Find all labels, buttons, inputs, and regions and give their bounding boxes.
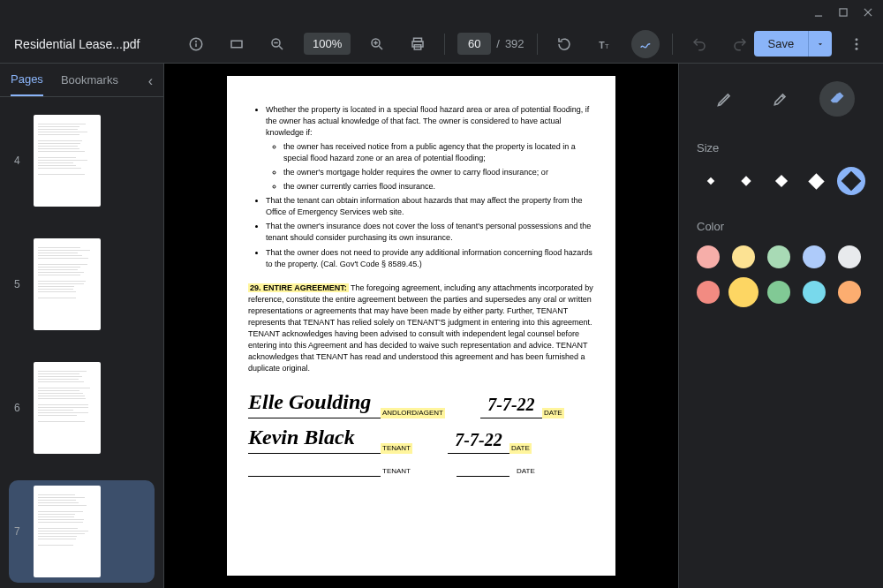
section-heading: 29. ENTIRE AGREEMENT: — [248, 283, 349, 292]
highlighter-tool[interactable] — [763, 81, 798, 117]
color-option-2[interactable] — [767, 245, 790, 268]
file-name: Residential Lease...pdf — [14, 37, 173, 51]
signature-landlord: Elle Goulding — [248, 387, 381, 418]
left-sidebar: Pages Bookmarks ‹ 4567 — [0, 64, 164, 588]
size-option-3[interactable] — [802, 167, 830, 195]
size-label: Size — [697, 141, 865, 155]
tab-pages[interactable]: Pages — [11, 72, 43, 96]
size-option-4[interactable] — [837, 167, 865, 195]
color-option-3[interactable] — [803, 245, 826, 268]
thumbnail-page-4[interactable]: 4 — [9, 109, 155, 212]
color-option-6[interactable] — [728, 277, 758, 307]
pen-tool[interactable] — [707, 81, 743, 117]
save-dropdown[interactable] — [808, 31, 832, 57]
annotation-panel: Size Color — [678, 64, 883, 588]
svg-text:T: T — [599, 39, 605, 49]
svg-point-22 — [856, 47, 858, 49]
info-icon[interactable] — [182, 30, 210, 58]
save-button[interactable]: Save — [754, 31, 809, 57]
eraser-tool[interactable] — [819, 81, 855, 117]
zoom-level[interactable]: 100% — [304, 33, 351, 55]
color-option-9[interactable] — [838, 281, 861, 304]
print-icon[interactable] — [404, 30, 432, 58]
text-icon[interactable]: TT — [591, 30, 619, 58]
color-label: Color — [697, 220, 865, 233]
page-input[interactable] — [457, 33, 491, 55]
page-indicator: / 392 — [457, 33, 524, 55]
thumbnail-page-6[interactable]: 6 — [9, 357, 155, 459]
section-body: The foregoing agreement, including any a… — [248, 283, 593, 373]
draw-icon[interactable] — [631, 30, 660, 58]
window-controls — [0, 0, 883, 25]
zoom-in-icon[interactable] — [363, 30, 391, 58]
close-icon[interactable] — [862, 6, 874, 19]
collapse-sidebar-icon[interactable]: ‹ — [148, 73, 153, 96]
svg-rect-7 — [231, 41, 242, 48]
svg-point-6 — [196, 41, 197, 41]
svg-line-12 — [380, 46, 383, 49]
thumbnail-list: 4567 — [0, 97, 163, 588]
color-option-7[interactable] — [767, 281, 790, 304]
color-option-0[interactable] — [697, 245, 720, 268]
color-option-1[interactable] — [732, 245, 755, 268]
size-option-0[interactable] — [697, 167, 725, 195]
undo-icon[interactable] — [685, 30, 713, 58]
size-option-1[interactable] — [732, 167, 760, 195]
document-page: Whether the property is located in a spe… — [227, 76, 615, 576]
svg-point-21 — [856, 42, 858, 45]
thumbnail-page-5[interactable]: 5 — [9, 233, 155, 335]
tab-bookmarks[interactable]: Bookmarks — [61, 73, 118, 95]
color-option-4[interactable] — [838, 245, 861, 268]
document-viewer[interactable]: Whether the property is located in a spe… — [164, 64, 678, 588]
size-option-2[interactable] — [767, 167, 796, 195]
svg-line-9 — [279, 46, 283, 49]
svg-point-20 — [856, 38, 858, 41]
minimize-icon[interactable] — [812, 6, 825, 19]
zoom-out-icon[interactable] — [263, 30, 291, 58]
more-icon[interactable] — [844, 30, 869, 58]
color-option-8[interactable] — [803, 281, 826, 304]
rotate-icon[interactable] — [550, 30, 578, 58]
color-option-5[interactable] — [697, 281, 720, 304]
redo-icon[interactable] — [726, 30, 754, 58]
fit-width-icon[interactable] — [223, 30, 251, 58]
signature-tenant: Kevin Black — [248, 422, 372, 454]
page-total: 392 — [505, 37, 525, 50]
thumbnail-page-7[interactable]: 7 — [9, 480, 155, 583]
top-toolbar: Residential Lease...pdf 100% / 392 TT Sa… — [0, 25, 883, 64]
maximize-icon[interactable] — [837, 6, 849, 19]
save-button-group: Save — [754, 31, 833, 57]
svg-text:T: T — [605, 41, 609, 49]
svg-rect-1 — [840, 9, 847, 16]
